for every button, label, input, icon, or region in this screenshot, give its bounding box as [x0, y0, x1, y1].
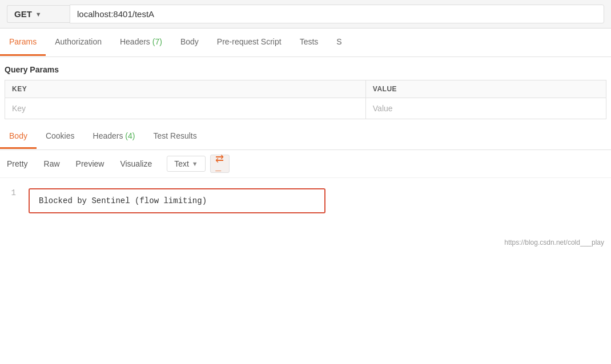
text-format-label: Text — [174, 159, 189, 168]
query-params-title: Query Params — [5, 57, 606, 80]
tab-body[interactable]: Body — [171, 29, 208, 56]
url-input[interactable] — [70, 5, 604, 23]
tab-tests[interactable]: Tests — [291, 29, 328, 56]
code-area: Blocked by Sentinel (flow limiting) — [23, 184, 611, 246]
tab-headers[interactable]: Headers (7) — [111, 29, 171, 56]
tab-pre-request-script[interactable]: Pre-request Script — [208, 29, 291, 56]
response-tab-test-results[interactable]: Test Results — [144, 124, 206, 149]
response-tab-headers[interactable]: Headers (4) — [84, 124, 144, 149]
preview-button[interactable]: Preview — [69, 156, 111, 171]
text-format-chevron-icon: ▼ — [192, 160, 198, 167]
tab-authorization[interactable]: Authorization — [46, 29, 111, 56]
method-chevron-icon: ▼ — [35, 11, 42, 18]
response-tabs: Body Cookies Headers (4) Test Results — [0, 124, 611, 150]
response-body: 1 Blocked by Sentinel (flow limiting) ht… — [0, 178, 611, 252]
pretty-button[interactable]: Pretty — [0, 156, 35, 171]
response-tab-body[interactable]: Body — [0, 124, 37, 149]
raw-button[interactable]: Raw — [37, 156, 67, 171]
text-format-select[interactable]: Text ▼ — [167, 156, 206, 172]
method-select[interactable]: GET ▼ — [7, 5, 70, 23]
tab-settings[interactable]: S — [327, 29, 351, 56]
method-label: GET — [14, 9, 32, 19]
line-numbers: 1 — [0, 184, 23, 246]
response-headers-badge: (4) — [125, 131, 135, 140]
response-code-block: Blocked by Sentinel (flow limiting) — [29, 188, 325, 213]
value-column-header: VALUE — [365, 80, 606, 98]
visualize-button[interactable]: Visualize — [113, 156, 159, 171]
value-cell[interactable]: Value — [365, 98, 606, 119]
line-number-1: 1 — [11, 188, 16, 197]
response-code-text: Blocked by Sentinel (flow limiting) — [39, 196, 207, 205]
params-table: KEY VALUE Key Value — [5, 80, 606, 119]
request-tabs: Params Authorization Headers (7) Body Pr… — [0, 29, 611, 57]
headers-badge: (7) — [152, 37, 162, 46]
response-tab-cookies[interactable]: Cookies — [37, 124, 84, 149]
key-column-header: KEY — [5, 80, 366, 98]
url-bar: GET ▼ — [0, 0, 611, 29]
key-cell[interactable]: Key — [5, 98, 366, 119]
footer-link[interactable]: https://blog.csdn.net/cold___play — [504, 238, 604, 246]
body-tab-prefix: B — [9, 131, 14, 140]
wrap-button[interactable]: ⇄― — [210, 155, 230, 173]
tab-params[interactable]: Params — [0, 29, 46, 56]
main-content: Query Params KEY VALUE Key Value — [0, 57, 611, 119]
table-row: Key Value — [5, 98, 606, 119]
format-bar: Pretty Raw Preview Visualize Text ▼ ⇄― — [0, 150, 611, 178]
wrap-icon: ⇄― — [215, 153, 224, 174]
